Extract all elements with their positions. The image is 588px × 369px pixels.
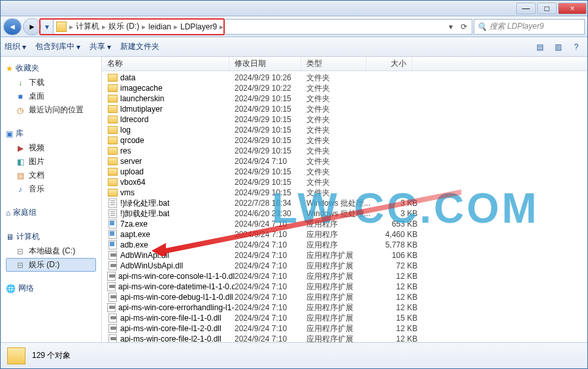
file-row[interactable]: adb.exe2024/9/24 7:10应用程序5,778 KB bbox=[102, 240, 587, 250]
file-row[interactable]: api-ms-win-core-file-l2-1-0.dll2024/9/24… bbox=[102, 334, 587, 342]
file-row[interactable]: api-ms-win-core-file-l1-1-0.dll2024/9/24… bbox=[102, 313, 587, 323]
item-icon: ⊟ bbox=[15, 247, 25, 256]
computer-group[interactable]: 🖥计算机 bbox=[6, 229, 96, 244]
status-bar: 129 个对象 bbox=[1, 342, 587, 368]
search-box[interactable]: 🔍 搜索 LDPlayer9 bbox=[474, 19, 585, 35]
file-row[interactable]: aapt.exe2024/9/24 7:10应用程序4,460 KB bbox=[102, 229, 587, 240]
nav-history-drop[interactable]: ▾ bbox=[42, 18, 52, 35]
organize-menu[interactable]: 组织 ▾ bbox=[5, 41, 26, 52]
file-row[interactable]: server2024/9/24 7:10文件夹 bbox=[102, 156, 587, 167]
file-row[interactable]: api-ms-win-core-debug-l1-1-0.dll2024/9/2… bbox=[102, 292, 587, 302]
address-drop[interactable]: ▾ bbox=[446, 22, 456, 31]
file-row[interactable]: !)绿化处理.bat2022/7/28 16:34Windows 批处理...3… bbox=[102, 198, 587, 208]
breadcrumb-seg-ldplayer9[interactable]: LDPlayer9 bbox=[180, 22, 217, 31]
file-list[interactable]: data2024/9/29 10:26文件夹imagecache2024/9/2… bbox=[102, 71, 587, 342]
lib-item-2[interactable]: ▤文档 bbox=[6, 168, 96, 182]
file-row[interactable]: imagecache2024/9/29 10:22文件夹 bbox=[102, 83, 587, 93]
col-type[interactable]: 类型 bbox=[301, 57, 367, 71]
fav-item-1[interactable]: ■桌面 bbox=[6, 89, 96, 103]
forward-button[interactable]: ► bbox=[23, 18, 41, 35]
breadcrumb-seg-drive[interactable]: 娱乐 (D:) bbox=[108, 21, 139, 32]
nav-bar: ◄ ► ▾ ▸ 计算机 ▸ 娱乐 (D:) ▸ leidian ▸ LDPlay… bbox=[1, 16, 587, 37]
file-type: 文件夹 bbox=[306, 114, 372, 125]
item-icon: ♪ bbox=[15, 185, 25, 194]
file-type: 应用程序扩展 bbox=[306, 292, 372, 303]
star-icon: ★ bbox=[6, 64, 13, 73]
file-row[interactable]: data2024/9/29 10:26文件夹 bbox=[102, 72, 587, 83]
dll-icon bbox=[108, 324, 117, 333]
file-date: 2024/9/24 7:10 bbox=[235, 230, 306, 239]
file-row[interactable]: log2024/9/29 10:15文件夹 bbox=[102, 125, 587, 135]
file-row[interactable]: 7za.exe2024/9/24 7:10应用程序653 KB bbox=[102, 219, 587, 229]
homegroup[interactable]: ⌂家庭组 bbox=[6, 205, 96, 220]
col-size[interactable]: 大小 bbox=[367, 57, 412, 71]
favorites-group[interactable]: ★收藏夹 bbox=[6, 61, 96, 76]
help-button[interactable]: ? bbox=[569, 40, 583, 54]
col-date[interactable]: 修改日期 bbox=[229, 57, 301, 71]
fav-item-0[interactable]: ↓下载 bbox=[6, 76, 96, 89]
file-type: 文件夹 bbox=[306, 187, 372, 199]
dll-icon bbox=[108, 261, 117, 270]
file-type: 文件夹 bbox=[306, 167, 372, 178]
drive-item-1[interactable]: ⊟娱乐 (D:) bbox=[6, 258, 96, 272]
file-date: 2024/9/24 7:10 bbox=[235, 272, 306, 281]
window-titlebar[interactable]: — □ × bbox=[1, 1, 587, 16]
lib-item-3[interactable]: ♪音乐 bbox=[6, 182, 96, 196]
dll-icon bbox=[108, 293, 117, 302]
file-name: api-ms-win-core-file-l1-1-0.dll bbox=[120, 313, 221, 323]
file-row[interactable]: api-ms-win-core-console-l1-1-0.dll2024/9… bbox=[102, 271, 587, 281]
home-icon: ⌂ bbox=[6, 208, 10, 217]
folder-icon bbox=[108, 95, 118, 103]
file-type: 文件夹 bbox=[306, 146, 372, 157]
file-row[interactable]: !)卸载处理.bat2024/6/20 23:30Windows 批处理...3… bbox=[102, 208, 587, 219]
file-row[interactable]: launcherskin2024/9/29 10:15文件夹 bbox=[102, 93, 587, 104]
file-row[interactable]: ldrecord2024/9/29 10:15文件夹 bbox=[102, 114, 587, 125]
file-row[interactable]: vbox642024/9/29 10:15文件夹 bbox=[102, 177, 587, 187]
file-row[interactable]: AdbWinApi.dll2024/9/24 7:10应用程序扩展106 KB bbox=[102, 250, 587, 261]
dll-icon bbox=[107, 282, 116, 291]
close-button[interactable]: × bbox=[558, 3, 587, 14]
file-type: Windows 批处理... bbox=[306, 198, 372, 209]
breadcrumb-seg-computer[interactable]: 计算机 bbox=[76, 21, 99, 32]
file-name: vms bbox=[120, 188, 135, 197]
file-row[interactable]: AdbWinUsbApi.dll2024/9/24 7:10应用程序扩展72 K… bbox=[102, 261, 587, 271]
file-row[interactable]: upload2024/9/29 10:15文件夹 bbox=[102, 167, 587, 177]
file-name: ldmutiplayer bbox=[120, 104, 163, 114]
address-bar[interactable]: ▸ 计算机 ▸ 娱乐 (D:) ▸ leidian ▸ LDPlayer9 ▸ … bbox=[53, 19, 472, 35]
share-menu[interactable]: 共享 ▾ bbox=[90, 41, 111, 52]
maximize-button[interactable]: □ bbox=[537, 3, 557, 14]
item-count: 129 个对象 bbox=[32, 350, 71, 361]
col-name[interactable]: 名称 bbox=[102, 57, 229, 71]
file-row[interactable]: vms2024/9/29 10:15文件夹 bbox=[102, 187, 587, 198]
file-name: server bbox=[120, 157, 142, 166]
folder-icon bbox=[108, 74, 118, 82]
back-button[interactable]: ◄ bbox=[3, 18, 22, 35]
file-row[interactable]: api-ms-win-core-file-l1-2-0.dll2024/9/24… bbox=[102, 323, 587, 334]
file-row[interactable]: qrcode2024/9/29 10:15文件夹 bbox=[102, 135, 587, 146]
network-group[interactable]: 🌐网络 bbox=[6, 281, 96, 296]
preview-pane-button[interactable]: ▥ bbox=[551, 40, 565, 54]
view-mode-button[interactable]: ▤ bbox=[532, 40, 547, 54]
file-row[interactable]: res2024/9/29 10:15文件夹 bbox=[102, 146, 587, 156]
drive-item-0[interactable]: ⊟本地磁盘 (C:) bbox=[6, 244, 96, 258]
file-row[interactable]: ldmutiplayer2024/9/29 10:15文件夹 bbox=[102, 104, 587, 114]
newfolder-button[interactable]: 新建文件夹 bbox=[120, 41, 159, 52]
nav-sidebar: ★收藏夹 ↓下载■桌面◷最近访问的位置 ▣库 ▶视频◧图片▤文档♪音乐 ⌂家庭组… bbox=[1, 57, 102, 342]
file-row[interactable]: api-ms-win-core-datetime-l1-1-0.dll2024/… bbox=[102, 281, 587, 292]
file-name: !)卸载处理.bat bbox=[120, 208, 169, 219]
libraries-group[interactable]: ▣库 bbox=[6, 126, 96, 141]
breadcrumb-seg-leidian[interactable]: leidian bbox=[148, 22, 171, 31]
include-menu[interactable]: 包含到库中 ▾ bbox=[35, 41, 80, 52]
file-type: 应用程序 bbox=[306, 229, 372, 240]
folder-icon bbox=[108, 84, 118, 92]
lib-item-0[interactable]: ▶视频 bbox=[6, 141, 96, 155]
fav-item-2[interactable]: ◷最近访问的位置 bbox=[6, 103, 96, 117]
minimize-button[interactable]: — bbox=[516, 3, 536, 14]
file-row[interactable]: api-ms-win-core-errorhandling-l1-1-...20… bbox=[102, 302, 587, 313]
file-size: 72 KB bbox=[372, 261, 417, 270]
refresh-button[interactable]: ⟳ bbox=[459, 22, 469, 31]
file-date: 2024/9/29 10:26 bbox=[235, 73, 306, 82]
lib-item-1[interactable]: ◧图片 bbox=[6, 155, 96, 168]
file-date: 2024/9/29 10:15 bbox=[235, 178, 306, 187]
file-type: 应用程序 bbox=[306, 219, 372, 230]
